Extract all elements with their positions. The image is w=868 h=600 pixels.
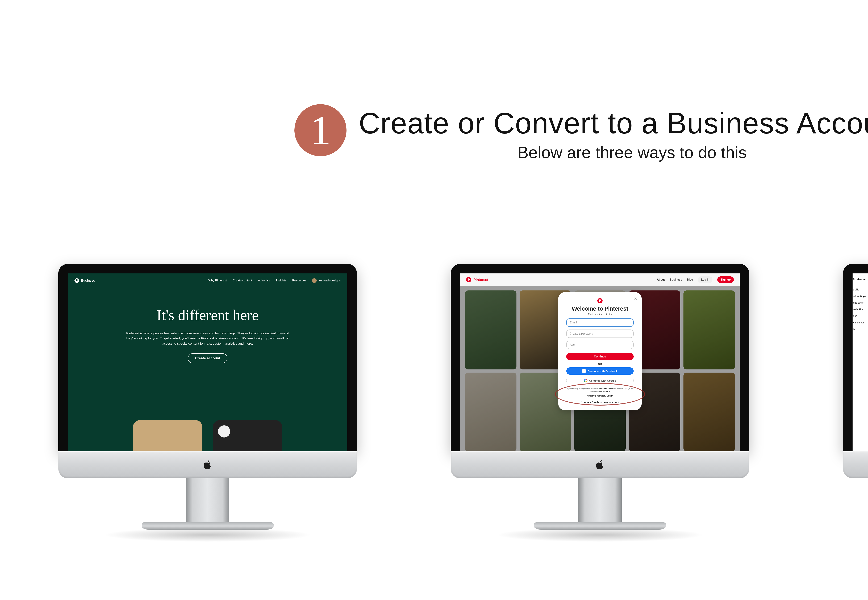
s2-brand-label: Pinterest xyxy=(473,278,488,282)
continue-button[interactable]: Continue xyxy=(566,353,634,361)
s1-preview-cards xyxy=(68,420,347,452)
close-icon[interactable]: ✕ xyxy=(634,296,638,302)
imac-2-bezel: P Pinterest About Business Blog Log in S… xyxy=(451,264,749,452)
imac-1: P Business Why Pinterest Create content … xyxy=(58,264,357,530)
preview-card-2-icon xyxy=(218,425,230,438)
imac-1-chin xyxy=(58,452,357,478)
preview-card-2 xyxy=(213,420,282,452)
continue-google-label: Continue with Google xyxy=(589,379,616,382)
sidebar-item-privacy[interactable]: y and data xyxy=(853,319,868,326)
nav-create-content[interactable]: Create content xyxy=(233,279,252,282)
modal-title: Welcome to Pinterest xyxy=(566,305,634,312)
pinterest-icon[interactable]: P xyxy=(466,277,471,282)
nav-advertise[interactable]: Advertise xyxy=(258,279,270,282)
screen-2-pinterest-signup: P Pinterest About Business Blog Log in S… xyxy=(460,273,740,452)
imac-1-bezel: P Business Why Pinterest Create content … xyxy=(58,264,357,452)
s1-navbar: P Business Why Pinterest Create content … xyxy=(68,273,347,288)
imac-3-chin xyxy=(843,452,868,478)
s1-brand-label: Business xyxy=(81,279,95,282)
imac-3-bezel: Business Create Analytics Ads profile na… xyxy=(843,264,868,452)
monitors-row: P Business Why Pinterest Create content … xyxy=(0,264,868,530)
nav-blog[interactable]: Blog xyxy=(687,278,693,281)
continue-google-button[interactable]: Continue with Google xyxy=(566,377,634,384)
sidebar-item[interactable]: ions xyxy=(853,313,868,319)
nav-about[interactable]: About xyxy=(657,278,665,281)
login-button[interactable]: Log in xyxy=(698,276,712,283)
nav-resources[interactable]: Resources xyxy=(292,279,306,282)
imac-1-shadow xyxy=(103,528,312,542)
imac-2-stand-foot xyxy=(534,523,666,530)
s2-topbar: P Pinterest About Business Blog Log in S… xyxy=(460,273,740,286)
settings-footer: Reset Save xyxy=(853,438,868,445)
sidebar-item-pins[interactable]: nade Pins xyxy=(853,306,868,313)
pinterest-icon: P xyxy=(597,298,603,303)
hero-title: It's different here xyxy=(92,306,323,324)
create-account-button[interactable]: Create account xyxy=(188,353,227,363)
nav-user[interactable]: andrealindesigns xyxy=(312,278,341,283)
signup-button[interactable]: Sign up xyxy=(717,276,734,283)
preview-card-1 xyxy=(133,420,202,452)
sidebar-item-profile[interactable]: profile xyxy=(853,286,868,293)
page-title: Create or Convert to a Business Account xyxy=(359,108,868,139)
nav-business[interactable]: Business xyxy=(853,278,868,281)
imac-3: Business Create Analytics Ads profile na… xyxy=(843,264,868,530)
sidebar-item-settings[interactable]: nal settings xyxy=(853,293,868,300)
hero-body: Pinterest is where people feel safe to e… xyxy=(124,331,291,346)
s2-top-menu: About Business Blog Log in Sign up xyxy=(657,276,734,283)
terms-text: By continuing, you agree to Pinterest's … xyxy=(566,388,634,392)
nav-business[interactable]: Business xyxy=(670,278,682,281)
s1-nav-menu: Why Pinterest Create content Advertise I… xyxy=(208,278,341,283)
imac-2: P Pinterest About Business Blog Log in S… xyxy=(451,264,749,530)
screen-3-account-settings: Business Create Analytics Ads profile na… xyxy=(853,273,868,452)
email-field[interactable]: Email xyxy=(566,318,634,327)
imac-2-shadow xyxy=(496,528,704,542)
or-divider: OR xyxy=(566,362,634,365)
facebook-icon: f xyxy=(582,369,586,373)
page-header: 1 Create or Convert to a Business Accoun… xyxy=(0,104,868,162)
apple-logo-icon xyxy=(204,460,212,470)
age-field[interactable]: Age xyxy=(566,341,634,349)
page-subtitle: Below are three ways to do this xyxy=(359,143,868,162)
google-icon xyxy=(584,379,588,382)
header-text: Create or Convert to a Business Account … xyxy=(359,104,868,162)
password-field[interactable]: Create a password xyxy=(566,330,634,338)
imac-2-stand-neck xyxy=(578,478,622,523)
create-business-account-link[interactable]: Create a free business account xyxy=(566,401,634,404)
imac-1-stand-neck xyxy=(186,478,229,523)
avatar xyxy=(312,278,317,283)
already-member-link[interactable]: Already a member? Log in xyxy=(566,395,634,397)
modal-subtitle: Find new ideas to try xyxy=(566,313,634,316)
username: andrealindesigns xyxy=(318,279,341,282)
step-badge: 1 xyxy=(294,104,347,156)
nav-insights[interactable]: Insights xyxy=(276,279,286,282)
sidebar-item-tuner[interactable]: feed tuner xyxy=(853,300,868,306)
nav-why-pinterest[interactable]: Why Pinterest xyxy=(208,279,227,282)
sidebar-item-security[interactable]: ity xyxy=(853,326,868,332)
s3-topbar: Business Create Analytics Ads xyxy=(853,273,868,286)
continue-facebook-button[interactable]: f Continue with Facebook xyxy=(566,367,634,375)
s1-brand[interactable]: P Business xyxy=(74,278,95,283)
screen-1-pinterest-business: P Business Why Pinterest Create content … xyxy=(68,273,347,452)
continue-facebook-label: Continue with Facebook xyxy=(588,370,618,373)
signup-modal: ✕ P Welcome to Pinterest Find new ideas … xyxy=(558,292,642,410)
imac-2-chin xyxy=(451,452,749,478)
s3-body: profile nal settings feed tuner nade Pin… xyxy=(853,286,868,452)
settings-sidebar: profile nal settings feed tuner nade Pin… xyxy=(853,286,868,452)
pinterest-icon: P xyxy=(74,278,79,283)
apple-logo-icon xyxy=(596,460,604,470)
imac-1-stand-foot xyxy=(142,523,274,530)
step-number: 1 xyxy=(310,109,331,151)
s1-hero: It's different here Pinterest is where p… xyxy=(68,306,347,363)
